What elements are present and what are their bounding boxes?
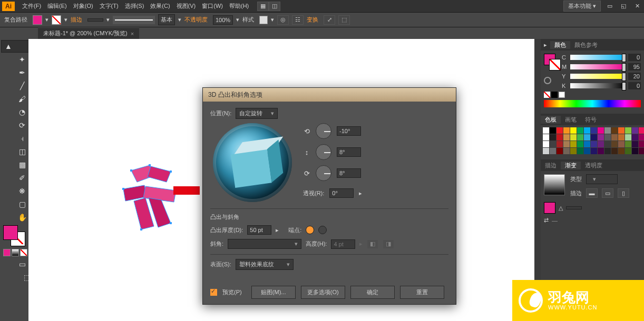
z-angle[interactable]: 8°	[337, 168, 361, 178]
preview-label[interactable]: 预览(P)	[222, 288, 242, 296]
align-icon[interactable]: ☷	[292, 15, 304, 25]
none-swatch[interactable]	[544, 92, 550, 98]
depth-value[interactable]: 50 pt	[247, 225, 271, 235]
swatch-item[interactable]	[591, 134, 597, 141]
swatch-item[interactable]	[584, 148, 590, 154]
y-slider[interactable]	[570, 74, 626, 79]
gradient-preview[interactable]	[544, 174, 565, 195]
more-options-button[interactable]: 更多选项(O)	[301, 286, 345, 299]
y-angle[interactable]: 8°	[337, 147, 361, 157]
style-swatch[interactable]	[259, 16, 268, 24]
menu-view[interactable]: 视图(V)	[173, 2, 199, 10]
swatch-item[interactable]	[625, 148, 631, 154]
swatch-item[interactable]	[563, 134, 570, 141]
map-art-button[interactable]: 贴图(M)...	[251, 286, 296, 299]
out-of-gamut-icon[interactable]	[544, 77, 551, 84]
swatch-item[interactable]	[598, 141, 604, 147]
stroke-within-icon[interactable]: ▬	[586, 188, 598, 198]
stroke-label[interactable]: 描边	[71, 16, 82, 24]
gradient-mode-icon[interactable]	[12, 249, 19, 256]
swatch-item[interactable]	[639, 134, 644, 141]
minimize-button[interactable]: ▭	[605, 3, 614, 10]
stroke-swatch[interactable]	[52, 15, 61, 25]
color-tab[interactable]: 颜色	[550, 41, 570, 49]
close-tab-icon[interactable]: ×	[131, 31, 134, 37]
swatch-item[interactable]	[550, 127, 556, 134]
swatch-item[interactable]	[577, 127, 583, 134]
fill-menu[interactable]: ▾	[45, 16, 48, 23]
m-slider[interactable]	[570, 64, 626, 69]
swatch-item[interactable]	[611, 148, 618, 154]
grad-reverse-icon[interactable]: ⇄	[544, 217, 549, 224]
panel-collapse-icon[interactable]: ▸	[541, 42, 550, 48]
stroke-across-icon[interactable]: ▯	[618, 188, 629, 198]
swatch-item[interactable]	[604, 148, 611, 154]
swatch-item[interactable]	[584, 134, 590, 141]
swatch-item[interactable]	[604, 127, 611, 134]
close-button[interactable]: ✕	[632, 3, 642, 10]
swatches-tab[interactable]: 色板	[541, 116, 561, 124]
document-tab[interactable]: 未标题-1* @ 200% (CMYK/预览) ×	[38, 27, 139, 39]
grad-fill-swatch[interactable]	[544, 202, 555, 214]
style-menu[interactable]: ▾	[271, 16, 274, 23]
swatch-item[interactable]	[625, 127, 631, 134]
swatch-item[interactable]	[591, 148, 597, 154]
swatch-item[interactable]	[543, 141, 549, 147]
swatch-item[interactable]	[584, 127, 590, 134]
menu-file[interactable]: 文件(F)	[19, 2, 44, 10]
bevel-select[interactable]	[228, 239, 301, 249]
swatch-item[interactable]	[557, 141, 563, 147]
swatch-item[interactable]	[570, 141, 577, 147]
opacity-label[interactable]: 不透明度	[184, 16, 208, 24]
preview-checkbox[interactable]	[210, 289, 217, 296]
gradient-tab[interactable]: 渐变	[561, 162, 581, 169]
menu-window[interactable]: 窗口(W)	[199, 2, 226, 10]
opacity-value[interactable]: 100%	[213, 15, 233, 25]
k-slider[interactable]	[570, 83, 626, 88]
swatch-item[interactable]	[550, 134, 556, 141]
cap-off-icon[interactable]	[318, 226, 327, 234]
c-slider[interactable]	[570, 55, 626, 60]
position-select[interactable]: 自定旋转	[236, 108, 278, 119]
swatch-item[interactable]	[618, 134, 625, 141]
cap-on-icon[interactable]	[306, 226, 314, 234]
symbols-tab[interactable]: 符号	[581, 116, 601, 124]
stroke-along-icon[interactable]: ▭	[602, 188, 613, 198]
swatch-item[interactable]	[618, 127, 625, 134]
swatch-item[interactable]	[611, 134, 618, 141]
color-spectrum[interactable]	[544, 100, 641, 107]
gradient-type-select[interactable]	[586, 174, 618, 184]
fill-swatch[interactable]	[33, 15, 42, 25]
swatch-item[interactable]	[625, 141, 631, 147]
x-dial[interactable]	[316, 123, 331, 139]
stroke-tab[interactable]: 描边	[541, 162, 561, 169]
swatch-item[interactable]	[632, 134, 638, 141]
k-value[interactable]: 0	[628, 82, 641, 89]
swatch-item[interactable]	[639, 127, 644, 134]
swatch-item[interactable]	[577, 134, 583, 141]
color-mode-icon[interactable]	[3, 249, 11, 256]
swatch-item[interactable]	[598, 127, 604, 134]
swatch-item[interactable]	[625, 134, 631, 141]
rotation-preview[interactable]	[213, 123, 292, 202]
swatch-item[interactable]	[577, 141, 583, 147]
brush-basic[interactable]: 基本	[158, 14, 175, 25]
arrange-icon[interactable]: ◫	[269, 2, 280, 11]
swatch-item[interactable]	[639, 141, 644, 147]
swatch-item[interactable]	[563, 127, 570, 134]
m-value[interactable]: 95	[628, 63, 641, 71]
brush-menu[interactable]: ▾	[178, 16, 181, 23]
swatch-item[interactable]	[598, 148, 604, 154]
menu-effect[interactable]: 效果(C)	[147, 2, 173, 10]
menu-type[interactable]: 文字(T)	[96, 2, 122, 10]
swatch-item[interactable]	[570, 134, 577, 141]
menu-help[interactable]: 帮助(H)	[226, 2, 252, 10]
maximize-button[interactable]: ◱	[619, 3, 628, 10]
y-dial[interactable]	[316, 144, 331, 160]
swatch-item[interactable]	[632, 141, 638, 147]
c-value[interactable]: 0	[628, 54, 641, 61]
ok-button[interactable]: 确定	[350, 286, 395, 299]
swatch-item[interactable]	[550, 141, 556, 147]
swatch-item[interactable]	[550, 148, 556, 154]
swatch-item[interactable]	[611, 141, 618, 147]
